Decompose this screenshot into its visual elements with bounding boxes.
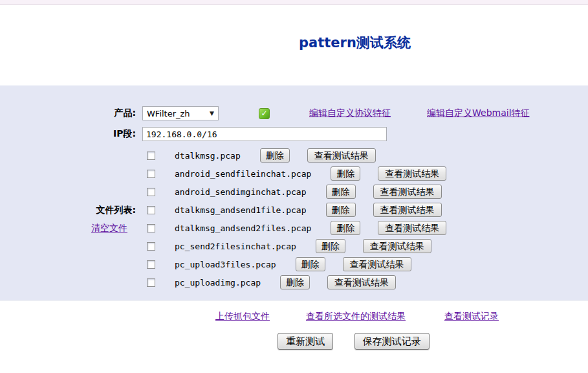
file-row: dtalkmsg_andsend1file.pcap 删除 查看测试结果 [136, 201, 588, 219]
top-accent-bar [0, 0, 588, 5]
file-name: dtalkmsg.pcap [175, 151, 241, 161]
file-row: android_sendimginchat.pcap 删除 查看测试结果 [136, 183, 588, 201]
file-name: android_sendimginchat.pcap [175, 187, 307, 197]
file-name: pc_send2filesinchat.pcap [175, 242, 296, 251]
main-panel: 产品: WFilter_zh ▼ ✓ 编辑自定义协议特征 编辑自定义Webmai… [0, 85, 588, 300]
file-row: android_sendfileinchat.pcap 删除 查看测试结果 [136, 164, 588, 183]
ip-range-label: IP段: [0, 128, 136, 140]
file-name: android_sendfileinchat.pcap [175, 169, 311, 179]
file-list-left-column: 文件列表: 清空文件 [0, 146, 136, 291]
footer-links: 上传抓包文件 查看所选文件的测试结果 查看测试记录 [215, 310, 588, 324]
file-name: pc_upload3files.pcap [175, 260, 276, 269]
delete-file-button[interactable]: 删除 [331, 166, 360, 181]
edit-webmail-features-link[interactable]: 编辑自定义Webmail特征 [427, 107, 530, 119]
view-results-button[interactable]: 查看测试结果 [378, 221, 446, 235]
ip-range-input[interactable] [142, 127, 387, 141]
upload-capture-file-link[interactable]: 上传抓包文件 [215, 311, 270, 322]
view-results-button[interactable]: 查看测试结果 [373, 203, 442, 217]
delete-file-button[interactable]: 删除 [280, 275, 310, 289]
file-checkbox[interactable] [147, 206, 155, 214]
product-label: 产品: [0, 107, 136, 119]
file-checkbox[interactable] [147, 224, 155, 232]
delete-file-button[interactable]: 删除 [260, 148, 290, 163]
view-results-button[interactable]: 查看测试结果 [373, 185, 442, 199]
check-icon: ✓ [259, 108, 270, 119]
file-list-label: 文件列表: [0, 201, 136, 219]
product-select-value: WFilter_zh [147, 109, 207, 119]
chevron-down-icon: ▼ [210, 110, 214, 117]
view-results-button[interactable]: 查看测试结果 [307, 148, 376, 163]
file-row: pc_upload3files.pcap 删除 查看测试结果 [136, 255, 588, 273]
file-row: dtalkmsg.pcap 删除 查看测试结果 [136, 146, 588, 164]
delete-file-button[interactable]: 删除 [326, 203, 356, 217]
file-row: dtalkmsg_andsend2files.pcap 删除 查看测试结果 [136, 219, 588, 237]
view-results-button[interactable]: 查看测试结果 [327, 275, 396, 289]
clear-files-link[interactable]: 清空文件 [91, 219, 127, 237]
view-selected-results-link[interactable]: 查看所选文件的测试结果 [306, 311, 406, 322]
view-results-button[interactable]: 查看测试结果 [343, 257, 411, 271]
file-checkbox[interactable] [147, 242, 155, 251]
file-checkbox[interactable] [147, 170, 155, 178]
file-row: pc_send2filesinchat.pcap 删除 查看测试结果 [136, 237, 588, 255]
view-results-button[interactable]: 查看测试结果 [378, 166, 446, 181]
file-name: dtalkmsg_andsend2files.pcap [175, 223, 311, 233]
page-title: pattern测试系统 [299, 34, 411, 52]
edit-protocol-features-link[interactable]: 编辑自定义协议特征 [309, 107, 391, 119]
save-test-record-button[interactable]: 保存测试记录 [354, 333, 430, 350]
page-header: pattern测试系统 [0, 5, 588, 85]
file-checkbox[interactable] [147, 260, 155, 269]
retest-button[interactable]: 重新测试 [278, 333, 333, 350]
ip-range-row: IP段: [0, 127, 588, 141]
file-row: pc_uploadimg.pcap 删除 查看测试结果 [136, 273, 588, 291]
file-checkbox[interactable] [147, 188, 155, 196]
file-rows: dtalkmsg.pcap 删除 查看测试结果 android_sendfile… [136, 146, 588, 291]
delete-file-button[interactable]: 删除 [331, 221, 360, 235]
product-row: 产品: WFilter_zh ▼ ✓ 编辑自定义协议特征 编辑自定义Webmai… [0, 106, 588, 121]
view-results-button[interactable]: 查看测试结果 [363, 239, 431, 253]
delete-file-button[interactable]: 删除 [316, 239, 345, 253]
footer-buttons: 重新测试 保存测试记录 [0, 333, 588, 350]
footer: 上传抓包文件 查看所选文件的测试结果 查看测试记录 重新测试 保存测试记录 [0, 300, 588, 350]
file-checkbox[interactable] [147, 152, 155, 160]
delete-file-button[interactable]: 删除 [326, 185, 356, 199]
delete-file-button[interactable]: 删除 [296, 257, 325, 271]
file-name: pc_uploadimg.pcap [175, 278, 261, 288]
product-select[interactable]: WFilter_zh ▼ [142, 106, 219, 120]
file-list-section: 文件列表: 清空文件 dtalkmsg.pcap 删除 查看测试结果 andro… [0, 146, 588, 291]
view-test-records-link[interactable]: 查看测试记录 [444, 311, 499, 322]
file-name: dtalkmsg_andsend1file.pcap [175, 205, 307, 215]
file-checkbox[interactable] [147, 278, 155, 287]
